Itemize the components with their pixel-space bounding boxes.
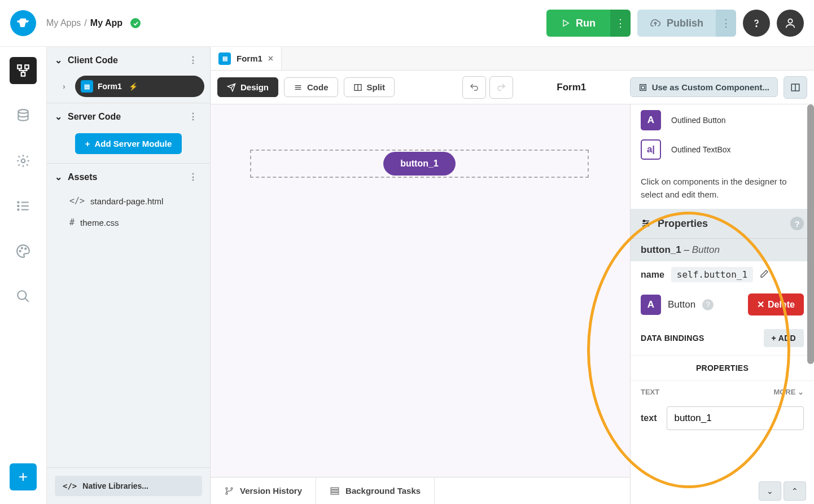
- add-server-module-button[interactable]: + Add Server Module: [75, 133, 182, 154]
- svg-marker-0: [563, 20, 568, 27]
- bindings-label: DATA BINDINGS: [641, 334, 704, 343]
- server-code-header[interactable]: ⌄ Server Code ⋮: [47, 103, 210, 130]
- name-label: name: [641, 270, 664, 280]
- account-button[interactable]: [777, 10, 804, 37]
- run-button[interactable]: Run: [546, 10, 610, 37]
- outlined-button-label: Outlined Button: [671, 116, 726, 125]
- assets-menu[interactable]: ⋮: [184, 169, 202, 185]
- rail-search[interactable]: [10, 283, 37, 310]
- delete-component-button[interactable]: ✕ Delete: [748, 293, 804, 315]
- breadcrumb-current[interactable]: My App: [90, 18, 122, 28]
- server-code-menu[interactable]: ⋮: [184, 109, 202, 124]
- design-view-button[interactable]: Design: [217, 77, 278, 97]
- canvas-button-1[interactable]: button_1: [383, 152, 456, 176]
- toolbox-outlined-textbox[interactable]: a| Outlined TextBox: [641, 135, 804, 164]
- center-area: ▤ Form1 × Design Code Split: [211, 47, 814, 504]
- use-as-custom-component-button[interactable]: Use as Custom Component...: [630, 77, 778, 97]
- assets-header[interactable]: ⌄ Assets ⋮: [47, 164, 210, 190]
- canvas-button-label: button_1: [400, 159, 439, 168]
- svg-point-13: [17, 209, 19, 210]
- svg-point-14: [20, 251, 21, 252]
- selected-name: button_1: [641, 244, 681, 255]
- help-icon: [750, 17, 763, 29]
- send-icon: [227, 83, 236, 92]
- breadcrumb-parent[interactable]: My Apps: [46, 18, 81, 28]
- button-component-icon: A: [641, 110, 661, 130]
- custom-comp-label: Use as Custom Component...: [652, 82, 769, 92]
- designer-hint: Click on components in the designer to s…: [631, 170, 814, 209]
- run-label: Run: [576, 17, 596, 29]
- svg-point-35: [226, 493, 227, 494]
- drop-slot[interactable]: button_1: [250, 150, 589, 178]
- designer-toolbar: Design Code Split Form1: [211, 71, 814, 104]
- rail-app-browser[interactable]: [10, 57, 37, 84]
- code-view-button[interactable]: Code: [284, 77, 338, 97]
- client-code-header[interactable]: ⌄ Client Code ⋮: [47, 47, 210, 73]
- svg-rect-38: [331, 490, 339, 492]
- sliders-icon: [641, 218, 651, 229]
- run-menu-button[interactable]: ⋮: [610, 10, 631, 37]
- svg-point-12: [17, 205, 19, 207]
- svg-rect-5: [21, 72, 25, 76]
- panel-down-button[interactable]: ⌄: [759, 481, 781, 501]
- redo-button[interactable]: [489, 76, 513, 99]
- split-label: Split: [367, 82, 386, 92]
- toolbox-outlined-button[interactable]: A Outlined Button: [641, 106, 804, 135]
- asset-css-item[interactable]: # theme.css: [47, 212, 210, 233]
- user-icon: [784, 17, 797, 29]
- scrollbar[interactable]: [807, 104, 814, 364]
- chevron-down-icon: ⌄: [767, 487, 773, 496]
- selected-component[interactable]: button_1 – Button: [631, 238, 814, 261]
- svg-point-2: [788, 19, 792, 23]
- help-icon[interactable]: ?: [702, 299, 714, 310]
- add-binding-button[interactable]: + ADD: [764, 329, 804, 347]
- svg-rect-37: [331, 488, 339, 489]
- columns-icon: [353, 83, 362, 92]
- text-property-input[interactable]: [667, 406, 804, 430]
- database-icon: [16, 108, 30, 123]
- rail-settings[interactable]: [10, 147, 37, 174]
- split-view-button[interactable]: Split: [344, 77, 395, 97]
- publish-menu-button[interactable]: ⋮: [716, 10, 736, 37]
- rail-add-button[interactable]: +: [10, 463, 37, 490]
- close-icon[interactable]: ×: [268, 54, 273, 64]
- tasks-icon: [330, 486, 340, 496]
- component-type-label: Button: [668, 299, 695, 310]
- svg-point-17: [17, 291, 26, 299]
- rail-logs[interactable]: [10, 192, 37, 220]
- tab-form1[interactable]: ▤ Form1 ×: [211, 47, 282, 70]
- edit-name-button[interactable]: [760, 269, 769, 280]
- gear-icon: [16, 154, 30, 168]
- native-libraries-button[interactable]: </> Native Libraries...: [55, 476, 202, 496]
- help-button[interactable]: [743, 10, 770, 37]
- panel-up-button[interactable]: ⌃: [784, 481, 806, 501]
- sidebar-item-form1[interactable]: › ▤ Form1 ⚡: [75, 76, 204, 97]
- publish-button[interactable]: Publish: [637, 10, 716, 37]
- text-label: text: [641, 413, 657, 423]
- client-code-menu[interactable]: ⋮: [184, 52, 202, 68]
- breadcrumb: My Apps / My App: [46, 18, 141, 28]
- help-icon[interactable]: ?: [790, 217, 804, 230]
- chevron-up-icon: ⌃: [791, 487, 798, 496]
- text-property-row: text: [631, 403, 814, 440]
- delete-label: Delete: [768, 300, 795, 310]
- play-icon: [561, 19, 570, 28]
- svg-point-7: [21, 159, 25, 163]
- asset-css-label: theme.css: [80, 218, 119, 227]
- text-more-toggle[interactable]: MORE ⌄: [773, 388, 804, 396]
- selected-type: Button: [692, 244, 720, 255]
- asset-html-item[interactable]: </> standard-page.html: [47, 190, 210, 212]
- rail-database[interactable]: [10, 102, 37, 129]
- client-code-label: Client Code: [68, 55, 118, 65]
- form-icon: ▤: [218, 52, 231, 65]
- version-history-label: Version History: [240, 486, 302, 496]
- undo-button[interactable]: [462, 76, 486, 99]
- text-section-label: TEXT: [641, 388, 659, 396]
- background-tasks-tab[interactable]: Background Tasks: [316, 477, 435, 504]
- designer-canvas[interactable]: button_1: [211, 104, 630, 504]
- version-history-tab[interactable]: Version History: [211, 477, 316, 504]
- selected-dash: –: [681, 244, 692, 255]
- anvil-logo[interactable]: [10, 10, 36, 36]
- layout-columns-button[interactable]: [784, 76, 807, 99]
- rail-theme[interactable]: [10, 238, 37, 265]
